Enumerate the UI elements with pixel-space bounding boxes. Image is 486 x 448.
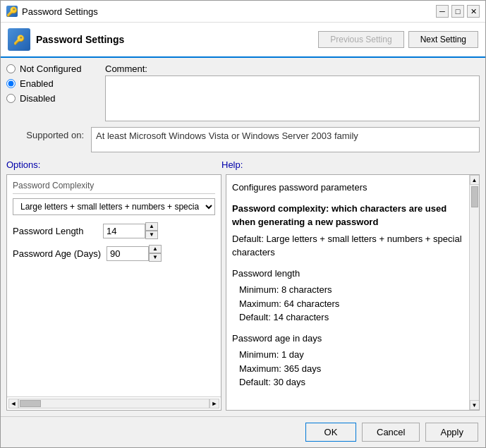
restore-button[interactable]: □ [451, 5, 464, 18]
help-age-default: Default: 30 days [239, 375, 463, 389]
help-content: Configures password parameters Password … [226, 175, 469, 410]
panels-row: Password Complexity Large letters + smal… [6, 174, 480, 411]
header-icon: 🔑 [8, 28, 30, 51]
help-length-min: Minimum: 8 characters [239, 283, 463, 297]
help-panel: Configures password parameters Password … [226, 174, 480, 411]
supported-label: Supported on: [6, 127, 84, 140]
scroll-left-arrow[interactable]: ◄ [8, 399, 18, 408]
dialog-header: 🔑 Password Settings Previous Setting Nex… [1, 23, 485, 58]
password-length-down[interactable]: ▼ [145, 231, 158, 239]
options-header: Options: [6, 158, 221, 171]
password-length-label: Password Length [13, 226, 97, 236]
password-age-row: Password Age (Days) ▲ ▼ [13, 245, 215, 262]
help-age-title: Password age in days [232, 332, 463, 346]
radio-comment-row: Not Configured Enabled Disabled Comment: [6, 63, 480, 121]
navigation-buttons: Previous Setting Next Setting [318, 31, 478, 48]
password-length-input[interactable] [103, 224, 145, 238]
cancel-button[interactable]: Cancel [362, 423, 420, 442]
scroll-up-arrow[interactable]: ▲ [470, 175, 480, 185]
not-configured-radio[interactable]: Not Configured [6, 63, 98, 74]
title-bar: 🔑 Password Settings ─ □ ✕ [1, 1, 485, 23]
password-age-spinner-buttons: ▲ ▼ [149, 245, 162, 262]
section-headers: Options: Help: [6, 158, 480, 171]
password-age-up[interactable]: ▲ [149, 245, 162, 253]
help-inner: Configures password parameters Password … [226, 175, 479, 410]
help-header: Help: [221, 158, 480, 171]
horiz-scrollbar[interactable] [18, 399, 209, 408]
title-bar-controls: ─ □ ✕ [436, 5, 480, 18]
help-complexity-detail: Default: Large letters + small letters +… [232, 232, 463, 260]
help-length-default: Default: 14 characters [239, 310, 463, 325]
apply-button[interactable]: Apply [425, 423, 478, 442]
password-age-down[interactable]: ▼ [149, 253, 162, 262]
close-button[interactable]: ✕ [467, 5, 480, 18]
title-icon: 🔑 [6, 6, 18, 17]
next-setting-button[interactable]: Next Setting [408, 31, 478, 48]
minimize-button[interactable]: ─ [436, 5, 449, 18]
radio-group: Not Configured Enabled Disabled [6, 63, 98, 121]
help-intro: Configures password parameters [232, 181, 463, 195]
scroll-right-arrow[interactable]: ► [209, 399, 219, 408]
enabled-radio[interactable]: Enabled [6, 78, 98, 89]
complexity-dropdown-row: Large letters + small letters + numbers … [13, 198, 215, 215]
password-age-input[interactable] [107, 246, 149, 261]
help-age-min: Minimum: 1 day [239, 348, 463, 362]
supported-row: Supported on: At least Microsoft Windows… [6, 127, 480, 152]
complexity-dropdown[interactable]: Large letters + small letters + numbers … [13, 198, 215, 215]
password-length-up[interactable]: ▲ [145, 222, 158, 231]
options-inner: Password Complexity Large letters + smal… [7, 175, 221, 396]
password-length-row: Password Length ▲ ▼ [13, 222, 215, 239]
password-length-spinner: ▲ ▼ [103, 222, 158, 239]
horiz-scroll-thumb [20, 400, 41, 407]
dialog-footer: OK Cancel Apply [1, 416, 485, 447]
scroll-track [471, 185, 478, 400]
comment-textarea[interactable] [105, 75, 480, 121]
password-age-label: Password Age (Days) [13, 248, 101, 259]
help-scrollbar[interactable]: ▲ ▼ [469, 175, 479, 410]
supported-value: At least Microsoft Windows Vista or Wind… [91, 127, 480, 152]
comment-label: Comment: [105, 63, 480, 74]
help-complexity-title: Password complexity: which characters ar… [232, 202, 463, 229]
previous-setting-button[interactable]: Previous Setting [318, 31, 403, 48]
scroll-down-arrow[interactable]: ▼ [470, 400, 480, 410]
comment-section: Comment: [105, 63, 480, 121]
options-panel: Password Complexity Large letters + smal… [6, 174, 221, 411]
content-area: Not Configured Enabled Disabled Comment:… [1, 58, 485, 416]
password-age-spinner: ▲ ▼ [107, 245, 162, 262]
password-settings-window: 🔑 Password Settings ─ □ ✕ 🔑 Password Set… [0, 0, 486, 448]
password-complexity-label: Password Complexity [13, 181, 215, 194]
header-title: Password Settings [36, 34, 312, 45]
disabled-radio[interactable]: Disabled [6, 93, 98, 104]
help-age-max: Maximum: 365 days [239, 362, 463, 376]
window-title: Password Settings [22, 6, 432, 17]
ok-button[interactable]: OK [305, 423, 356, 442]
help-length-max: Maximum: 64 characters [239, 297, 463, 311]
scroll-thumb [471, 186, 478, 207]
help-length-title: Password length [232, 267, 463, 281]
password-length-spinner-buttons: ▲ ▼ [145, 222, 158, 239]
options-scrollbar-row: ◄ ► [7, 396, 221, 410]
